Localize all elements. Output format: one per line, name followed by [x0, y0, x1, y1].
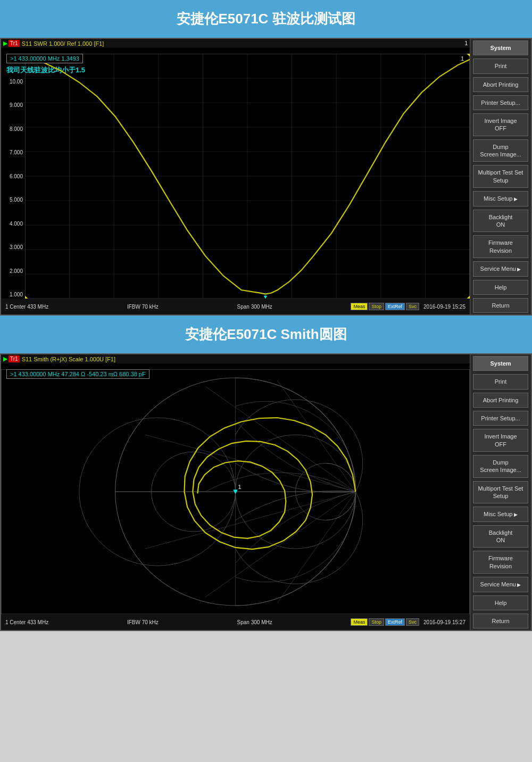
- menu2-misc-btn[interactable]: Misc Setup: [473, 507, 528, 522]
- smith-svg: 1: [1, 369, 470, 614]
- panel2: ▶ Tr1 S11 Smith (R+jX) Scale 1.000U [F1]…: [0, 353, 532, 631]
- menu-firmware-btn[interactable]: FirmwareRevision: [473, 235, 528, 258]
- trace1-marker: 1: [464, 40, 468, 46]
- y-axis-1: 11.00 10.00 9.000 8.000 7.000 6.000 5.00…: [1, 54, 25, 299]
- svg-marker-21: [467, 54, 470, 56]
- grid2-container: 1: [1, 369, 470, 614]
- meas2-btn-extref[interactable]: ExtRef: [385, 618, 405, 626]
- timestamp1: 2016-09-19 15:25: [423, 304, 466, 310]
- marker1-box: >1 433.00000 MHz 1.3493: [6, 54, 83, 63]
- menu-print-btn[interactable]: Print: [473, 59, 528, 73]
- menu2-invert-btn[interactable]: Invert ImageOFF: [473, 429, 528, 452]
- meas2-btn-svc[interactable]: Svc: [406, 618, 419, 626]
- timestamp2: 2016-09-19 15:27: [423, 619, 466, 625]
- menu2-return-btn[interactable]: Return: [473, 614, 528, 628]
- status1-center: IFBW 70 kHz: [127, 304, 159, 310]
- svg-text:1: 1: [461, 55, 464, 62]
- menu2-printer-setup-btn[interactable]: Printer Setup...: [473, 411, 528, 426]
- status2-right: Span 300 MHz: [237, 619, 272, 625]
- plot2-area: ▶ Tr1 S11 Smith (R+jX) Scale 1.000U [F1]…: [1, 354, 470, 630]
- menu-misc-btn[interactable]: Misc Setup: [473, 191, 528, 206]
- menu2-firmware-btn[interactable]: FirmwareRevision: [473, 551, 528, 574]
- status2-left: 1 Center 433 MHz: [5, 619, 48, 625]
- marker2-box: >1 433.00000 MHz 47.284 Ω -540.23 mΩ 680…: [6, 369, 149, 379]
- panel1: ▶ Tr1 S11 SWR 1.000/ Ref 1.000 [F1] 1 >1…: [0, 38, 532, 316]
- section2-header: 安捷伦E5071C Smith圆图: [0, 316, 532, 353]
- menu2-abort-btn[interactable]: Abort Printing: [473, 393, 528, 408]
- sidebar-menu-2: System Print Abort Printing Printer Setu…: [470, 354, 531, 630]
- menu2-dump-btn[interactable]: DumpScreen Image...: [473, 455, 528, 478]
- sidebar-menu-1: System Print Abort Printing Printer Setu…: [470, 39, 531, 314]
- meas-btn-meas[interactable]: Meas: [351, 303, 368, 310]
- play-icon: ▶: [3, 40, 7, 47]
- meas-btn-stop[interactable]: Stop: [369, 303, 384, 310]
- menu-abort-btn[interactable]: Abort Printing: [473, 77, 528, 92]
- menu-printer-setup-btn[interactable]: Printer Setup...: [473, 95, 528, 110]
- menu-return-btn[interactable]: Return: [473, 298, 528, 313]
- meas2-btn-meas[interactable]: Meas: [351, 618, 368, 626]
- menu-multiport-btn[interactable]: Multiport Test SetSetup: [473, 165, 528, 188]
- plot1-statusbar: 1 Center 433 MHz IFBW 70 kHz Span 300 MH…: [1, 299, 470, 314]
- meas-btn-extref[interactable]: ExtRef: [385, 303, 405, 310]
- meas2-btn-stop[interactable]: Stop: [369, 618, 384, 626]
- ch2-label: Tr1: [9, 355, 20, 362]
- trace2-info: S11 Smith (R+jX) Scale 1.000U [F1]: [22, 356, 115, 362]
- meas-btn-svc[interactable]: Svc: [406, 303, 419, 310]
- menu-system-btn[interactable]: System: [473, 40, 528, 55]
- menu-backlight-btn[interactable]: BacklightON: [473, 210, 528, 233]
- menu2-print-btn[interactable]: Print: [473, 374, 528, 389]
- svg-text:1: 1: [238, 483, 242, 491]
- menu-service-btn[interactable]: Service Menu: [473, 261, 528, 277]
- section1-header: 安捷伦E5071C 驻波比测试图: [0, 0, 532, 38]
- plot2-statusbar: 1 Center 433 MHz IFBW 70 kHz Span 300 MH…: [1, 614, 470, 630]
- menu2-service-btn[interactable]: Service Menu: [473, 577, 528, 592]
- trace1-info: S11 SWR 1.000/ Ref 1.000 [F1]: [22, 40, 104, 47]
- ch1-label: Tr1: [9, 40, 20, 47]
- menu2-help-btn[interactable]: Help: [473, 595, 528, 610]
- status2-center: IFBW 70 kHz: [127, 619, 159, 625]
- plot1-topbar: ▶ Tr1 S11 SWR 1.000/ Ref 1.000 [F1] 1: [1, 39, 470, 48]
- menu2-multiport-btn[interactable]: Multiport Test SetSetup: [473, 481, 528, 504]
- grid1-container: 1: [25, 54, 470, 299]
- menu-dump-btn[interactable]: DumpScreen Image...: [473, 139, 528, 162]
- plot1-svg: 1: [25, 54, 470, 299]
- plot2-topbar: ▶ Tr1 S11 Smith (R+jX) Scale 1.000U [F1]: [1, 354, 470, 363]
- plot1-area: ▶ Tr1 S11 SWR 1.000/ Ref 1.000 [F1] 1 >1…: [1, 39, 470, 314]
- status1-right: Span 300 MHz: [237, 304, 272, 310]
- menu2-backlight-btn[interactable]: BacklightON: [473, 525, 528, 548]
- status1-left: 1 Center 433 MHz: [5, 304, 48, 310]
- menu-invert-btn[interactable]: Invert ImageOFF: [473, 113, 528, 136]
- menu2-system-btn[interactable]: System: [473, 356, 528, 371]
- play-icon-2: ▶: [3, 355, 7, 362]
- menu-help-btn[interactable]: Help: [473, 280, 528, 295]
